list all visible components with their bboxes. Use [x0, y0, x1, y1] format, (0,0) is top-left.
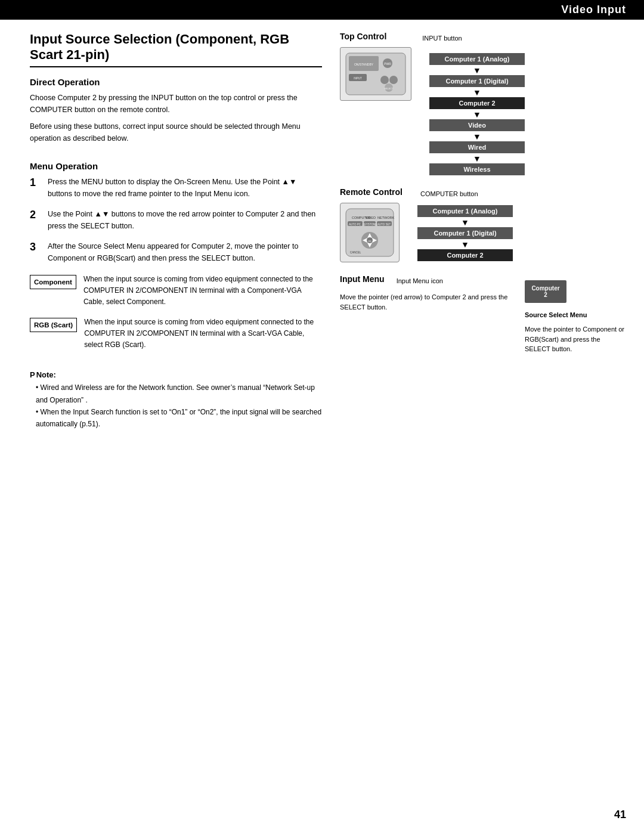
tag-section: Component When the input source is comin… — [30, 274, 322, 351]
step-list: 1 Press the MENU button to display the O… — [30, 176, 322, 264]
svg-text:KEYSTONE: KEYSTONE — [363, 223, 377, 226]
svg-text:ON/STANDBY: ON/STANDBY — [354, 63, 374, 66]
arrow-5: ▼ — [429, 154, 525, 163]
input-menu-section: Input Menu Input Menu icon Move the poin… — [340, 274, 626, 354]
step-1-text: Press the MENU button to display the On-… — [48, 176, 322, 200]
left-column: Input Source Selection (Component, RGB S… — [30, 32, 322, 431]
step-2-num: 2 — [30, 208, 42, 222]
top-control-label: Top Control — [340, 32, 386, 41]
step-2: 2 Use the Point ▲▼ buttons to move the r… — [30, 208, 322, 232]
step-1-num: 1 — [30, 176, 42, 190]
page-number: 41 — [614, 809, 626, 821]
flow-box-wireless: Wireless — [429, 163, 525, 175]
direct-operation-p1: Choose Computer 2 by pressing the INPUT … — [30, 92, 322, 116]
note-bullet-2: When the Input Search function is set to… — [36, 406, 322, 431]
computer2-icon: Computer 2 — [525, 280, 566, 303]
remote-arrow-2: ▼ — [417, 240, 513, 249]
flow-box-comp1-analog: Computer 1 (Analog) — [429, 53, 525, 65]
input-menu-note: Move the pointer (red arrow) to Computer… — [340, 292, 513, 312]
step-2-text: Use the Point ▲▼ buttons to move the red… — [48, 208, 322, 232]
remote-flow-comp1-analog: Computer 1 (Analog) — [417, 205, 513, 217]
svg-text:NETWORK: NETWORK — [377, 216, 394, 219]
step-1: 1 Press the MENU button to display the O… — [30, 176, 322, 200]
source-select-menu-label: Source Select Menu — [525, 311, 587, 318]
computer2-sub: 2 — [531, 292, 561, 298]
component-tag: Component — [30, 275, 76, 289]
component-text: When the input source is coming from vid… — [83, 274, 322, 308]
note-bullet-1: Wired and Wireless are for the Network f… — [36, 382, 322, 406]
note-section: P Note: Wired and Wireless are for the N… — [30, 368, 322, 431]
header-title: Video Input — [561, 4, 626, 16]
remote-control-annotation: COMPUTER button — [420, 190, 478, 197]
source-select-text: Move the pointer to Component or RGB(Sca… — [525, 324, 626, 354]
arrow-1: ▼ — [429, 66, 525, 75]
svg-text:SELECT: SELECT — [384, 87, 394, 90]
rgb-scart-text: When the input source is coming from vid… — [84, 317, 322, 351]
note-title: P Note: — [30, 368, 322, 382]
input-menu-right: Computer 2 Source Select Menu Move the p… — [525, 274, 626, 354]
remote-flow-comp2: Computer 2 — [417, 249, 513, 261]
input-menu-label: Input Menu — [340, 274, 385, 284]
svg-point-8 — [389, 76, 398, 84]
remote-diagram: COMPUTER VIDEO NETWORK AUTO PC KEYSTONE … — [340, 203, 400, 262]
tag-row-rgb: RGB (Scart) When the input source is com… — [30, 317, 322, 351]
note-bullets: Wired and Wireless are for the Network f… — [30, 382, 322, 431]
svg-text:AUTO PC: AUTO PC — [349, 223, 361, 226]
top-control-annotation: INPUT button — [422, 35, 462, 42]
svg-text:OK: OK — [368, 240, 371, 243]
right-column: Top Control INPUT button ON/STANDBY — [322, 32, 626, 431]
svg-text:INPUT: INPUT — [354, 77, 362, 80]
page-title: Input Source Selection (Component, RGB S… — [30, 32, 322, 67]
input-menu-annotation: Input Menu icon — [397, 277, 443, 284]
flow-box-comp1-digital: Computer 1 (Digital) — [429, 75, 525, 87]
flow-box-video: Video — [429, 119, 525, 131]
menu-operation-section: Menu Operation 1 Press the MENU button t… — [30, 161, 322, 264]
projector-diagram: ON/STANDBY PWR INPUT SELECT — [340, 47, 411, 101]
step-3-num: 3 — [30, 240, 42, 254]
arrow-3: ▼ — [429, 110, 525, 119]
remote-flow-comp1-digital: Computer 1 (Digital) — [417, 227, 513, 239]
arrow-4: ▼ — [429, 132, 525, 141]
svg-text:PWR: PWR — [384, 62, 391, 66]
direct-operation-section: Direct Operation Choose Computer 2 by pr… — [30, 77, 322, 144]
computer2-label: Computer — [531, 285, 561, 292]
remote-arrow-1: ▼ — [417, 218, 513, 227]
step-3: 3 After the Source Select Menu appeared … — [30, 240, 322, 264]
remote-control-label: Remote Control — [340, 187, 402, 197]
flow-box-wired: Wired — [429, 141, 525, 153]
svg-text:VIDEO: VIDEO — [366, 216, 376, 219]
arrow-2: ▼ — [429, 88, 525, 97]
header-bar: Video Input — [0, 0, 644, 20]
remote-control-section: Remote Control COMPUTER button COMPUTER … — [340, 187, 626, 262]
remote-control-flow: Computer 1 (Analog) ▼ Computer 1 (Digita… — [417, 205, 513, 262]
step-3-text: After the Source Select Menu appeared fo… — [48, 240, 322, 264]
menu-operation-title: Menu Operation — [30, 161, 322, 171]
flow-box-comp2: Computer 2 — [429, 97, 525, 109]
svg-point-7 — [380, 76, 389, 84]
tag-row-component: Component When the input source is comin… — [30, 274, 322, 308]
note-label: Note: — [36, 368, 56, 382]
top-control-flow: Computer 1 (Analog) ▼ Computer 1 (Digita… — [429, 53, 525, 176]
note-p-icon: P — [30, 368, 35, 382]
top-control-section: Top Control INPUT button ON/STANDBY — [340, 32, 626, 176]
svg-text:CANCEL: CANCEL — [350, 251, 361, 254]
svg-text:AUTO SET: AUTO SET — [377, 223, 391, 226]
direct-operation-title: Direct Operation — [30, 77, 322, 87]
rgb-scart-tag: RGB (Scart) — [30, 318, 77, 332]
direct-operation-p2: Before using these buttons, correct inpu… — [30, 120, 322, 144]
